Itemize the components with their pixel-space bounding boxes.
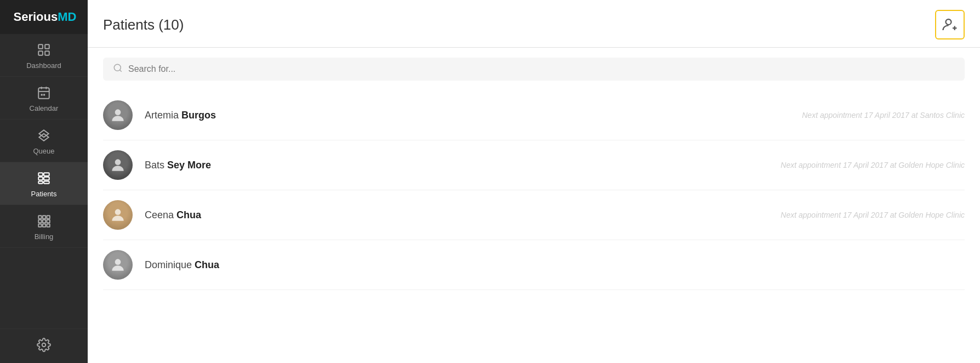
- sidebar-item-calendar-label: Calendar: [30, 104, 59, 112]
- svg-rect-14: [38, 181, 43, 183]
- search-bar: [103, 58, 965, 81]
- avatar: [103, 200, 133, 230]
- svg-rect-16: [44, 177, 49, 180]
- svg-rect-8: [41, 94, 43, 95]
- sidebar: SeriousMD Dashboard Calendar: [0, 0, 88, 363]
- svg-rect-15: [44, 173, 49, 175]
- header: Patients (10): [88, 0, 980, 48]
- main-content: Patients (10): [88, 0, 980, 363]
- sidebar-item-patients-label: Patients: [31, 190, 57, 198]
- queue-icon: [37, 128, 51, 145]
- calendar-icon: [37, 86, 51, 102]
- add-patient-button[interactable]: [935, 10, 965, 39]
- avatar: [103, 100, 133, 130]
- svg-rect-1: [45, 44, 49, 49]
- avatar: [103, 250, 133, 280]
- patient-row[interactable]: Bats Sey More Next appointment 17 April …: [103, 140, 965, 190]
- patient-row[interactable]: Dominique Chua: [103, 240, 965, 290]
- svg-point-27: [42, 343, 46, 347]
- svg-point-31: [114, 64, 121, 71]
- svg-rect-25: [43, 224, 45, 226]
- logo-accent: MD: [58, 10, 76, 24]
- svg-rect-4: [38, 88, 49, 99]
- svg-rect-13: [38, 177, 43, 180]
- search-icon: [113, 63, 123, 75]
- svg-rect-26: [47, 224, 49, 226]
- sidebar-item-patients[interactable]: Patients: [0, 162, 88, 205]
- svg-rect-18: [38, 215, 41, 218]
- sidebar-item-queue[interactable]: Queue: [0, 120, 88, 162]
- patient-name: Bats Sey More: [145, 160, 780, 171]
- svg-rect-3: [45, 51, 49, 55]
- svg-rect-17: [44, 181, 49, 183]
- svg-point-36: [115, 259, 121, 265]
- svg-rect-2: [38, 51, 43, 55]
- svg-rect-23: [47, 220, 49, 223]
- sidebar-item-dashboard[interactable]: Dashboard: [0, 34, 88, 77]
- patient-row[interactable]: Artemia Burgos Next appointment 17 April…: [103, 90, 965, 140]
- svg-rect-21: [38, 220, 41, 223]
- patient-row[interactable]: Ceena Chua Next appointment 17 April 201…: [103, 190, 965, 240]
- sidebar-item-billing-label: Billing: [35, 232, 54, 241]
- page-title: Patients (10): [103, 16, 184, 33]
- svg-point-35: [115, 209, 121, 215]
- svg-point-34: [115, 159, 121, 165]
- sidebar-item-settings[interactable]: [0, 328, 88, 363]
- patient-list: Artemia Burgos Next appointment 17 April…: [88, 90, 980, 363]
- sidebar-item-dashboard-label: Dashboard: [26, 61, 61, 70]
- patient-name: Artemia Burgos: [145, 110, 802, 121]
- logo: SeriousMD: [0, 0, 88, 34]
- svg-point-28: [946, 19, 951, 25]
- logo-text: SeriousMD: [14, 10, 77, 24]
- search-input[interactable]: [128, 64, 955, 74]
- svg-point-33: [115, 109, 121, 115]
- svg-rect-22: [43, 220, 45, 223]
- avatar: [103, 150, 133, 180]
- svg-rect-24: [38, 224, 41, 226]
- patients-icon: [37, 171, 51, 188]
- svg-line-32: [119, 70, 121, 71]
- patient-name: Ceena Chua: [145, 209, 780, 221]
- patient-appointment: Next appointment 17 April 2017 at Golden…: [780, 211, 965, 219]
- add-patient-icon: [942, 16, 958, 33]
- sidebar-item-queue-label: Queue: [33, 147, 54, 155]
- svg-rect-0: [38, 44, 43, 49]
- svg-rect-20: [47, 215, 49, 218]
- sidebar-item-billing[interactable]: Billing: [0, 205, 88, 248]
- patient-appointment: Next appointment 17 April 2017 at Golden…: [780, 161, 965, 169]
- billing-icon: [37, 214, 51, 230]
- patient-appointment: Next appointment 17 April 2017 at Santos…: [802, 111, 965, 120]
- svg-rect-19: [43, 215, 45, 218]
- dashboard-icon: [37, 43, 51, 59]
- svg-rect-9: [43, 94, 45, 95]
- sidebar-item-calendar[interactable]: Calendar: [0, 77, 88, 120]
- patient-name: Dominique Chua: [145, 259, 965, 271]
- gear-icon: [37, 338, 51, 354]
- svg-rect-12: [38, 173, 43, 175]
